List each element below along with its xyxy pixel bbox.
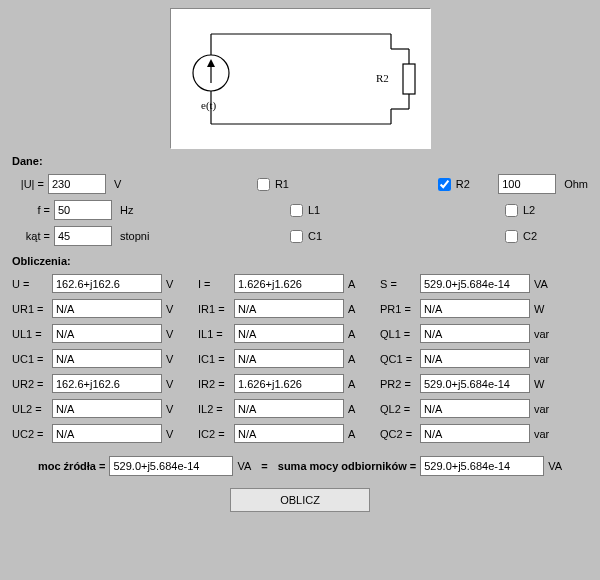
source-label: e(t) xyxy=(201,99,217,112)
r2-label: R2 xyxy=(456,178,470,190)
result-output[interactable] xyxy=(234,374,344,393)
sum-power-output[interactable] xyxy=(420,456,544,476)
result-output[interactable] xyxy=(52,349,162,368)
result-label: UC1 = xyxy=(12,353,52,365)
sum-power-label: suma mocy odbiorników = xyxy=(278,460,416,472)
u-input[interactable] xyxy=(48,174,106,194)
result-unit: V xyxy=(162,403,192,415)
result-unit: V xyxy=(162,428,192,440)
result-unit: var xyxy=(530,403,556,415)
oblicz-button[interactable]: OBLICZ xyxy=(230,488,370,512)
result-unit: A xyxy=(344,328,374,340)
result-label: UR2 = xyxy=(12,378,52,390)
result-label: IC1 = xyxy=(198,353,234,365)
result-unit: var xyxy=(530,328,556,340)
src-power-output[interactable] xyxy=(109,456,233,476)
u-unit: V xyxy=(106,178,158,190)
r2-unit: Ohm xyxy=(556,178,588,190)
result-row: UL1 =VIL1 =AQL1 =var xyxy=(12,321,588,346)
result-unit: VA xyxy=(530,278,556,290)
result-output[interactable] xyxy=(420,274,530,293)
result-output[interactable] xyxy=(420,374,530,393)
result-unit: A xyxy=(344,403,374,415)
r1-checkbox[interactable] xyxy=(257,178,270,191)
result-unit: var xyxy=(530,353,556,365)
result-output[interactable] xyxy=(52,274,162,293)
result-label: IR1 = xyxy=(198,303,234,315)
result-unit: W xyxy=(530,378,556,390)
result-row: UR1 =VIR1 =APR1 =W xyxy=(12,296,588,321)
c2-label: C2 xyxy=(523,230,537,242)
l1-checkbox[interactable] xyxy=(290,204,303,217)
result-label: IL2 = xyxy=(198,403,234,415)
f-input[interactable] xyxy=(54,200,112,220)
result-row: UL2 =VIL2 =AQL2 =var xyxy=(12,396,588,421)
result-label: QL1 = xyxy=(380,328,420,340)
l2-checkbox[interactable] xyxy=(505,204,518,217)
result-label: UL2 = xyxy=(12,403,52,415)
result-label: UR1 = xyxy=(12,303,52,315)
result-label: UC2 = xyxy=(12,428,52,440)
result-output[interactable] xyxy=(420,299,530,318)
result-unit: A xyxy=(344,353,374,365)
equals-sign: = xyxy=(255,460,273,472)
result-output[interactable] xyxy=(52,374,162,393)
result-label: I = xyxy=(198,278,234,290)
kat-input[interactable] xyxy=(54,226,112,246)
result-output[interactable] xyxy=(234,399,344,418)
result-output[interactable] xyxy=(52,324,162,343)
obliczenia-heading: Obliczenia: xyxy=(12,255,588,267)
result-unit: var xyxy=(530,428,556,440)
va-unit-1: VA xyxy=(237,460,251,472)
c2-checkbox[interactable] xyxy=(505,230,518,243)
result-output[interactable] xyxy=(420,324,530,343)
result-unit: W xyxy=(530,303,556,315)
c1-label: C1 xyxy=(308,230,322,242)
svg-rect-14 xyxy=(403,64,415,94)
r1-label: R1 xyxy=(275,178,289,190)
result-unit: V xyxy=(162,303,192,315)
r2-checkbox[interactable] xyxy=(438,178,451,191)
l2-label: L2 xyxy=(523,204,535,216)
f-unit: Hz xyxy=(112,204,172,216)
result-label: IL1 = xyxy=(198,328,234,340)
result-row: UC2 =VIC2 =AQC2 =var xyxy=(12,421,588,446)
result-output[interactable] xyxy=(234,324,344,343)
kat-label: kąt = xyxy=(12,230,54,242)
result-unit: A xyxy=(344,428,374,440)
result-unit: V xyxy=(162,353,192,365)
result-label: U = xyxy=(12,278,52,290)
result-output[interactable] xyxy=(234,349,344,368)
result-label: UL1 = xyxy=(12,328,52,340)
result-label: QC1 = xyxy=(380,353,420,365)
result-output[interactable] xyxy=(420,399,530,418)
src-power-label: moc źródła = xyxy=(38,460,106,472)
u-label: |U| = xyxy=(12,178,48,190)
dane-heading: Dane: xyxy=(12,155,588,167)
f-label: f = xyxy=(12,204,54,216)
result-label: PR2 = xyxy=(380,378,420,390)
kat-unit: stopni xyxy=(112,230,172,242)
result-output[interactable] xyxy=(52,399,162,418)
result-output[interactable] xyxy=(234,274,344,293)
result-output[interactable] xyxy=(420,349,530,368)
r2-input[interactable] xyxy=(498,174,556,194)
result-unit: V xyxy=(162,278,192,290)
l1-label: L1 xyxy=(308,204,320,216)
result-label: IR2 = xyxy=(198,378,234,390)
result-output[interactable] xyxy=(52,424,162,443)
result-output[interactable] xyxy=(420,424,530,443)
va-unit-2: VA xyxy=(548,460,562,472)
result-unit: A xyxy=(344,278,374,290)
result-label: QL2 = xyxy=(380,403,420,415)
result-label: S = xyxy=(380,278,420,290)
result-output[interactable] xyxy=(234,424,344,443)
result-row: U =VI =AS =VA xyxy=(12,271,588,296)
result-unit: A xyxy=(344,378,374,390)
result-unit: A xyxy=(344,303,374,315)
c1-checkbox[interactable] xyxy=(290,230,303,243)
result-output[interactable] xyxy=(52,299,162,318)
load-label: R2 xyxy=(376,72,389,84)
result-output[interactable] xyxy=(234,299,344,318)
result-row: UR2 =VIR2 =APR2 =W xyxy=(12,371,588,396)
